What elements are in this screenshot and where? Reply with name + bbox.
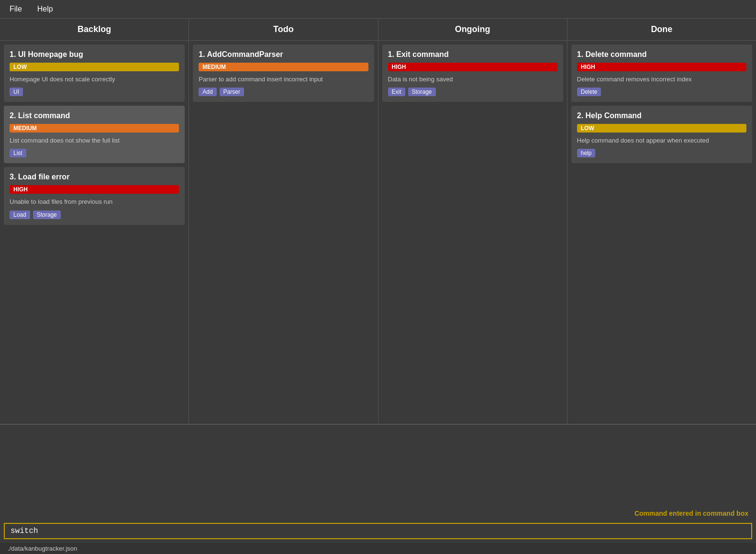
priority-badge-todo-1: MEDIUM (199, 63, 368, 71)
tag-storage: Storage (408, 88, 436, 96)
card-desc-done-2: Help command does not appear when execut… (577, 136, 746, 145)
priority-badge-done-2: LOW (577, 124, 746, 133)
bottom-area: Command entered in command box ./data/ka… (0, 425, 756, 554)
card-done-2[interactable]: 2. Help CommandLOWHelp command does not … (571, 106, 752, 163)
statusbar: ./data/kanbugtracker.json (0, 543, 756, 554)
priority-badge-backlog-1: LOW (10, 63, 179, 71)
column-cards-todo: 1. AddCommandParserMEDIUMParser to add c… (189, 41, 378, 424)
tag-parser: Parser (220, 88, 244, 96)
card-title-backlog-3: 3. Load file error (10, 173, 179, 181)
column-cards-backlog: 1. UI Homepage bugLOWHomepage UI does no… (0, 41, 189, 424)
card-desc-ongoing-1: Data is not being saved (388, 75, 557, 84)
column-ongoing: Ongoing1. Exit commandHIGHData is not be… (378, 19, 567, 424)
card-tags-backlog-3: LoadStorage (10, 211, 179, 219)
card-todo-1[interactable]: 1. AddCommandParserMEDIUMParser to add c… (193, 44, 374, 102)
card-desc-todo-1: Parser to add command insert incorrect i… (199, 75, 368, 84)
card-title-done-2: 2. Help Command (577, 111, 746, 120)
column-header-ongoing: Ongoing (378, 19, 567, 41)
card-title-done-1: 1. Delete command (577, 50, 746, 59)
column-cards-ongoing: 1. Exit commandHIGHData is not being sav… (378, 41, 567, 424)
card-title-ongoing-1: 1. Exit command (388, 50, 557, 59)
card-done-1[interactable]: 1. Delete commandHIGHDelete command remo… (571, 44, 752, 102)
priority-badge-backlog-2: MEDIUM (10, 124, 179, 133)
card-desc-backlog-1: Homepage UI does not scale correctly (10, 75, 179, 84)
priority-badge-ongoing-1: HIGH (388, 63, 557, 71)
card-tags-backlog-1: UI (10, 88, 179, 96)
card-tags-backlog-2: List (10, 149, 179, 157)
tag-ui: UI (10, 88, 23, 96)
column-done: Done1. Delete commandHIGHDelete command … (567, 19, 756, 424)
column-todo: Todo1. AddCommandParserMEDIUMParser to a… (189, 19, 378, 424)
output-area: Command entered in command box (0, 425, 756, 523)
card-backlog-2[interactable]: 2. List commandMEDIUMList command does n… (4, 106, 185, 163)
kanban-board: Backlog1. UI Homepage bugLOWHomepage UI … (0, 19, 756, 425)
card-tags-done-2: help (577, 149, 746, 157)
column-header-todo: Todo (189, 19, 378, 41)
menu-help[interactable]: Help (35, 4, 55, 14)
output-hint: Command entered in command box (634, 510, 748, 517)
menu-file[interactable]: File (8, 4, 24, 14)
tag-exit: Exit (388, 88, 405, 96)
tag-storage: Storage (33, 211, 61, 219)
card-ongoing-1[interactable]: 1. Exit commandHIGHData is not being sav… (382, 44, 563, 102)
card-title-todo-1: 1. AddCommandParser (199, 50, 368, 59)
column-cards-done: 1. Delete commandHIGHDelete command remo… (567, 41, 756, 424)
card-backlog-1[interactable]: 1. UI Homepage bugLOWHomepage UI does no… (4, 44, 185, 102)
command-input-wrapper[interactable] (4, 523, 752, 539)
tag-add: Add (199, 88, 216, 96)
tag-load: Load (10, 211, 30, 219)
priority-badge-done-1: HIGH (577, 63, 746, 71)
menubar: File Help (0, 0, 756, 19)
priority-badge-backlog-3: HIGH (10, 185, 179, 194)
card-title-backlog-1: 1. UI Homepage bug (10, 50, 179, 59)
card-tags-ongoing-1: ExitStorage (388, 88, 557, 96)
column-header-backlog: Backlog (0, 19, 189, 41)
tag-delete: Delete (577, 88, 601, 96)
card-desc-backlog-3: Unable to load files from previous run (10, 198, 179, 206)
card-desc-done-1: Delete command removes incorrect index (577, 75, 746, 84)
tag-help: help (577, 149, 596, 157)
card-desc-backlog-2: List command does not show the full list (10, 136, 179, 145)
column-header-done: Done (567, 19, 756, 41)
tag-list: List (10, 149, 26, 157)
command-input[interactable] (11, 527, 745, 535)
card-tags-done-1: Delete (577, 88, 746, 96)
card-title-backlog-2: 2. List command (10, 111, 179, 120)
column-backlog: Backlog1. UI Homepage bugLOWHomepage UI … (0, 19, 189, 424)
card-tags-todo-1: AddParser (199, 88, 368, 96)
card-backlog-3[interactable]: 3. Load file errorHIGHUnable to load fil… (4, 167, 185, 224)
